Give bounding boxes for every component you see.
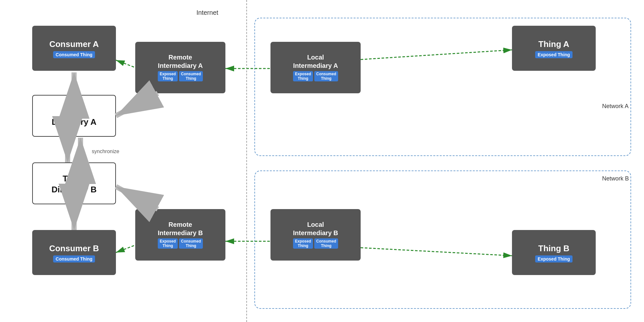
remote-int-b-badge1: ExposedThing: [158, 238, 178, 249]
sync-label: synchronize: [92, 149, 119, 154]
thing-dir-b-box: ThingDirectory B: [32, 162, 116, 204]
consumer-b-badge: Consumed Thing: [53, 255, 95, 262]
local-int-a-box: LocalIntermediary A ExposedThing Consume…: [270, 42, 361, 93]
local-int-a-badge1: ExposedThing: [293, 71, 313, 81]
arrow-consumer-a-remote-a: [116, 60, 135, 68]
consumer-b-title: Consumer B: [45, 241, 104, 255]
local-int-a-title: LocalIntermediary A: [290, 51, 341, 70]
arrow-consumer-b-remote-b: [116, 245, 135, 253]
remote-int-b-title: RemoteIntermediary B: [155, 218, 206, 238]
consumer-a-title: Consumer A: [45, 36, 103, 51]
local-int-a-badge2: ConsumedThing: [314, 71, 338, 81]
remote-int-b-badge2: ConsumedThing: [179, 238, 203, 249]
thing-a-badge: Exposed Thing: [535, 51, 573, 58]
remote-int-b-box: RemoteIntermediary B ExposedThing Consum…: [135, 209, 225, 261]
thing-b-box: Thing B Exposed Thing: [512, 230, 596, 275]
network-a-label: Network A: [602, 103, 629, 110]
thing-dir-a-title: ThingDirectory A: [47, 103, 101, 128]
consumer-a-badge: Consumed Thing: [53, 51, 95, 58]
network-b-label: Network B: [602, 175, 629, 182]
local-int-b-badge2: ConsumedThing: [314, 238, 338, 249]
local-int-b-box: LocalIntermediary B ExposedThing Consume…: [270, 209, 361, 261]
thing-dir-a-box: ThingDirectory A: [32, 95, 116, 137]
internet-divider: [246, 0, 247, 322]
remote-int-a-box: RemoteIntermediary A ExposedThing Consum…: [135, 42, 225, 93]
thing-b-badge: Exposed Thing: [535, 255, 573, 262]
local-int-b-badge1: ExposedThing: [293, 238, 313, 249]
remote-int-a-title: RemoteIntermediary A: [155, 51, 206, 70]
thing-b-title: Thing B: [534, 241, 574, 255]
thing-a-title: Thing A: [534, 36, 574, 51]
thing-dir-b-title: ThingDirectory B: [47, 171, 101, 196]
arrow-remote-b-to-dir-b: [116, 187, 158, 209]
internet-label: Internet: [196, 9, 218, 16]
arrow-remote-a-to-dir-a: [116, 93, 158, 116]
consumer-a-box: Consumer A Consumed Thing: [32, 26, 116, 71]
remote-int-a-badge1: ExposedThing: [158, 71, 178, 81]
thing-a-box: Thing A Exposed Thing: [512, 26, 596, 71]
remote-int-a-badge2: ConsumedThing: [179, 71, 203, 81]
consumer-b-box: Consumer B Consumed Thing: [32, 230, 116, 275]
local-int-b-title: LocalIntermediary B: [290, 218, 341, 238]
